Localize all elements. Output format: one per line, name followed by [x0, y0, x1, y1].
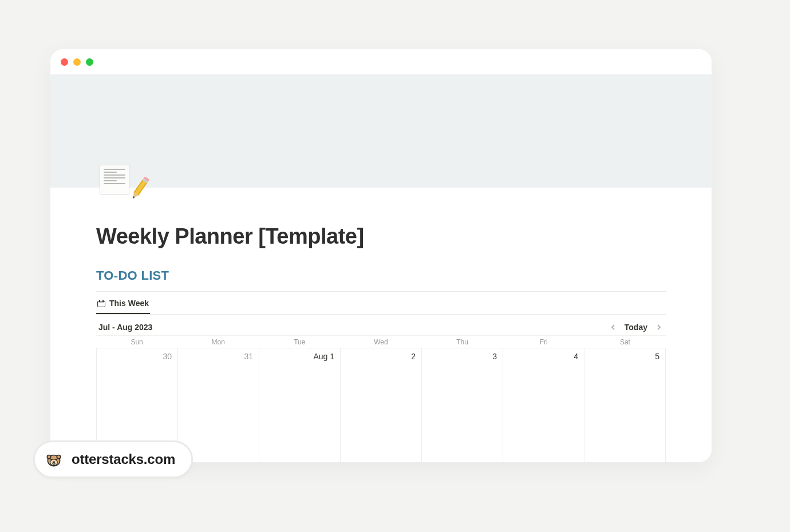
day-number: 4 [574, 352, 578, 361]
day-header: Thu [422, 336, 503, 348]
day-header: Fri [503, 336, 584, 348]
day-header: Tue [259, 336, 340, 348]
prev-week-button[interactable] [609, 323, 618, 332]
tab-label: This Week [109, 299, 149, 308]
day-header: Sat [584, 336, 666, 348]
calendar-range-label: Jul - Aug 2023 [98, 323, 152, 332]
next-week-button[interactable] [654, 323, 663, 332]
day-cell[interactable]: 31 [178, 348, 259, 462]
calendar-icon [97, 300, 105, 307]
day-number: 30 [163, 352, 172, 361]
svg-point-3 [57, 455, 60, 459]
day-number: 3 [492, 352, 497, 361]
chevron-right-icon [656, 324, 662, 330]
otter-icon [44, 450, 64, 469]
section-divider [96, 291, 666, 292]
page-cover [50, 74, 712, 188]
page-icon[interactable] [96, 161, 135, 200]
window-zoom-button[interactable] [86, 58, 93, 66]
day-number: 2 [411, 352, 416, 361]
calendar-day-headers: Sun Mon Tue Wed Thu Fri Sat [96, 335, 666, 348]
section-title: TO-DO LIST [96, 268, 666, 283]
tab-this-week[interactable]: This Week [96, 293, 150, 314]
today-button[interactable]: Today [625, 323, 647, 332]
page-content: Weekly Planner [Template] TO-DO LIST Thi… [50, 188, 712, 462]
app-window: Weekly Planner [Template] TO-DO LIST Thi… [50, 49, 712, 462]
svg-point-6 [53, 461, 55, 463]
calendar-header: Jul - Aug 2023 Today [96, 320, 666, 335]
day-header: Sun [96, 336, 177, 348]
svg-point-2 [47, 455, 50, 459]
day-cell[interactable]: Aug 1 [259, 348, 341, 462]
day-number: 5 [655, 352, 659, 361]
watermark-text: otterstacks.com [72, 451, 175, 467]
window-titlebar [50, 49, 712, 74]
chevron-left-icon [610, 324, 616, 330]
window-minimize-button[interactable] [73, 58, 81, 66]
memo-pencil-icon [100, 165, 132, 197]
svg-point-4 [50, 459, 52, 460]
day-header: Mon [177, 336, 259, 348]
page-title[interactable]: Weekly Planner [Template] [96, 188, 666, 249]
day-number: Aug 1 [313, 352, 334, 361]
day-cell[interactable]: 2 [341, 348, 422, 462]
day-cell[interactable]: 4 [503, 348, 584, 462]
svg-point-5 [56, 459, 57, 460]
watermark-pill[interactable]: otterstacks.com [33, 440, 193, 478]
calendar-nav: Today [609, 323, 663, 332]
window-close-button[interactable] [61, 58, 68, 66]
day-header: Wed [340, 336, 421, 348]
day-cell[interactable]: 5 [584, 348, 666, 462]
day-number: 31 [244, 352, 253, 361]
database-tabs: This Week [96, 293, 666, 315]
day-cell[interactable]: 3 [422, 348, 503, 462]
